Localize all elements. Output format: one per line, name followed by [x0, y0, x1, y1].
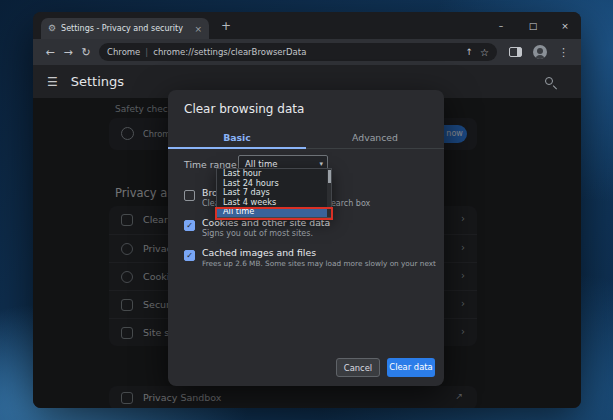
side-panel-icon[interactable]	[509, 47, 522, 57]
tab-basic[interactable]: Basic	[168, 126, 306, 148]
url-divider: |	[145, 47, 148, 57]
url-text: chrome://settings/clearBrowserData	[153, 47, 459, 57]
tab-advanced[interactable]: Advanced	[306, 126, 444, 148]
checkbox-browsing-history[interactable]	[184, 190, 195, 201]
url-host-label: Chrome	[107, 47, 140, 57]
browser-window: ⚙ Settings - Privacy and security × + – …	[33, 12, 581, 408]
chevron-down-icon: ▾	[319, 160, 323, 168]
tab-strip: ⚙ Settings - Privacy and security × + – …	[33, 12, 581, 39]
back-button[interactable]: ←	[41, 46, 59, 59]
checkbox-cached-images[interactable]: ✓	[184, 250, 195, 261]
desktop-wallpaper: ⚙ Settings - Privacy and security × + – …	[0, 0, 613, 420]
bookmark-star-icon[interactable]: ☆	[480, 47, 489, 58]
reload-button[interactable]: ↻	[77, 46, 95, 59]
cancel-button[interactable]: Cancel	[336, 358, 380, 377]
new-tab-button[interactable]: +	[217, 17, 235, 35]
time-range-dropdown-menu: Last hour Last 24 hours Last 7 days Last…	[216, 168, 332, 218]
clear-browsing-data-dialog: Clear browsing data Basic Advanced Time …	[168, 90, 444, 386]
dialog-title: Clear browsing data	[184, 102, 304, 116]
browser-toolbar: ← → ↻ Chrome | chrome://settings/clearBr…	[33, 39, 581, 65]
address-bar[interactable]: Chrome | chrome://settings/clearBrowserD…	[99, 43, 497, 61]
annotation-highlight	[215, 207, 333, 220]
search-icon[interactable]	[545, 77, 553, 85]
settings-menu-icon[interactable]: ☰	[47, 75, 58, 89]
close-window-button[interactable]: ×	[549, 12, 581, 39]
profile-avatar[interactable]	[533, 45, 547, 59]
minimize-button[interactable]: –	[485, 12, 517, 39]
forward-button[interactable]: →	[59, 46, 77, 59]
dialog-tabs: Basic Advanced	[168, 126, 444, 149]
tab-close-icon[interactable]: ×	[194, 24, 202, 34]
tab-title: Settings - Privacy and security	[61, 24, 190, 33]
browser-menu-button[interactable]: ⋮	[558, 46, 569, 59]
browser-tab[interactable]: ⚙ Settings - Privacy and security ×	[41, 18, 209, 39]
maximize-button[interactable]: □	[517, 12, 549, 39]
page-title: Settings	[71, 74, 124, 89]
clear-data-button[interactable]: Clear data	[387, 358, 435, 377]
window-controls: – □ ×	[485, 12, 581, 39]
checkbox-cookies[interactable]: ✓	[184, 220, 195, 231]
settings-gear-favicon-icon: ⚙	[48, 24, 56, 33]
share-icon[interactable]: ↑	[465, 47, 473, 57]
